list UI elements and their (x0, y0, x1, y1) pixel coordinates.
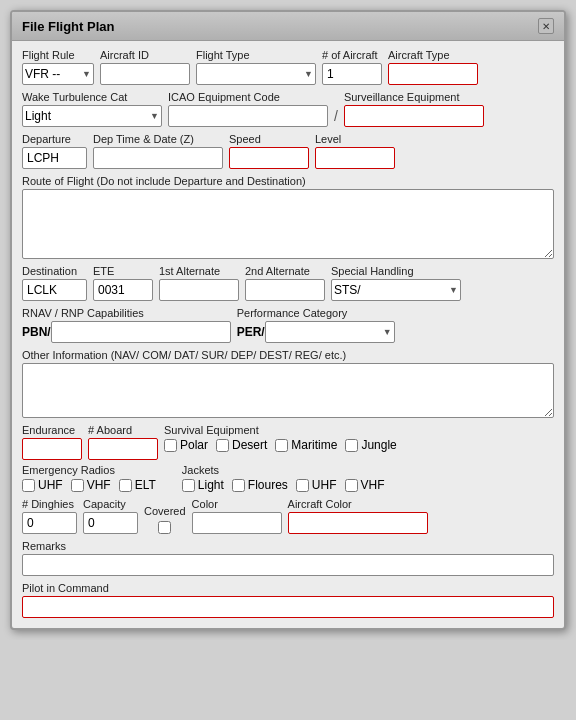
radios-group: Emergency Radios UHF VHF ELT (22, 464, 156, 492)
uhf-jacket-group: UHF (296, 478, 337, 492)
uhf-radio-group: UHF (22, 478, 63, 492)
wake-turbulence-group: Wake Turbulence Cat Light Medium Heavy ▼ (22, 91, 162, 127)
flight-rule-select-wrapper: VFR -- IFR VFR ▼ (22, 63, 94, 85)
remarks-input[interactable] (22, 554, 554, 576)
aircraft-id-label: Aircraft ID (100, 49, 190, 61)
jungle-checkbox[interactable] (345, 439, 358, 452)
destination-input[interactable] (22, 279, 87, 301)
rnav-input[interactable] (51, 321, 231, 343)
dep-time-date-input[interactable] (93, 147, 223, 169)
floures-jacket-checkbox[interactable] (232, 479, 245, 492)
rnav-group: RNAV / RNP Capabilities PBN/ (22, 307, 231, 343)
route-textarea[interactable] (22, 189, 554, 259)
elt-radio-group: ELT (119, 478, 156, 492)
window-title: File Flight Plan (22, 19, 114, 34)
icao-equipment-input[interactable] (168, 105, 328, 127)
pilot-input[interactable] (22, 596, 554, 618)
wake-turbulence-select[interactable]: Light Medium Heavy (22, 105, 162, 127)
num-aircraft-input[interactable] (322, 63, 382, 85)
alternate1-group: 1st Alternate (159, 265, 239, 301)
num-aircraft-label: # of Aircraft (322, 49, 382, 61)
row-4: Destination ETE 1st Alternate 2nd Altern… (22, 265, 554, 301)
uhf-radio-checkbox[interactable] (22, 479, 35, 492)
special-handling-select[interactable]: STS/ (331, 279, 461, 301)
alternate1-input[interactable] (159, 279, 239, 301)
close-button[interactable]: ✕ (538, 18, 554, 34)
capacity-input[interactable] (83, 512, 138, 534)
desert-checkbox[interactable] (216, 439, 229, 452)
uhf-radio-label: UHF (38, 478, 63, 492)
aboard-input[interactable] (88, 438, 158, 460)
aircraft-type-group: Aircraft Type (388, 49, 478, 85)
aircraft-color-label: Aircraft Color (288, 498, 428, 510)
departure-group: Departure (22, 133, 87, 169)
alternate2-input[interactable] (245, 279, 325, 301)
aircraft-type-input[interactable] (388, 63, 478, 85)
pilot-label: Pilot in Command (22, 582, 554, 594)
uhf-jacket-label: UHF (312, 478, 337, 492)
flight-rule-group: Flight Rule VFR -- IFR VFR ▼ (22, 49, 94, 85)
other-info-label: Other Information (NAV/ COM/ DAT/ SUR/ D… (22, 349, 554, 361)
covered-checkbox[interactable] (158, 521, 171, 534)
aircraft-id-group: Aircraft ID (100, 49, 190, 85)
surveillance-group: Surveillance Equipment (344, 91, 484, 127)
destination-label: Destination (22, 265, 87, 277)
desert-label: Desert (232, 438, 267, 452)
row-1: Flight Rule VFR -- IFR VFR ▼ Aircraft ID… (22, 49, 554, 85)
ete-input[interactable] (93, 279, 153, 301)
light-jacket-group: Light (182, 478, 224, 492)
special-handling-label: Special Handling (331, 265, 461, 277)
elt-radio-label: ELT (135, 478, 156, 492)
pilot-group: Pilot in Command (22, 582, 554, 618)
polar-checkbox[interactable] (164, 439, 177, 452)
dep-time-date-group: Dep Time & Date (Z) (93, 133, 223, 169)
perf-group: Performance Category PER/ A B C D ▼ (237, 307, 395, 343)
title-bar: File Flight Plan ✕ (12, 12, 564, 41)
perf-select-wrapper: A B C D ▼ (265, 321, 395, 343)
speed-input[interactable] (229, 147, 309, 169)
row-8: # Dinghies Capacity Covered Color Aircra… (22, 498, 554, 534)
level-label: Level (315, 133, 395, 145)
flight-rule-label: Flight Rule (22, 49, 94, 61)
vhf-jacket-label: VHF (361, 478, 385, 492)
row-2: Wake Turbulence Cat Light Medium Heavy ▼… (22, 91, 554, 127)
maritime-label: Maritime (291, 438, 337, 452)
vhf-radio-group: VHF (71, 478, 111, 492)
aircraft-id-input[interactable] (100, 63, 190, 85)
flight-type-select[interactable] (196, 63, 316, 85)
dinghies-input[interactable] (22, 512, 77, 534)
survival-label: Survival Equipment (164, 424, 397, 436)
endurance-input[interactable] (22, 438, 82, 460)
perf-select[interactable]: A B C D (265, 321, 395, 343)
vhf-jacket-checkbox[interactable] (345, 479, 358, 492)
survival-group: Survival Equipment Polar Desert Maritime (164, 424, 397, 452)
color-input[interactable] (192, 512, 282, 534)
jackets-checkboxes: Light Floures UHF VHF (182, 478, 385, 492)
vhf-radio-label: VHF (87, 478, 111, 492)
flight-type-label: Flight Type (196, 49, 316, 61)
polar-group: Polar (164, 438, 208, 452)
vhf-radio-checkbox[interactable] (71, 479, 84, 492)
other-info-textarea[interactable] (22, 363, 554, 418)
ete-group: ETE (93, 265, 153, 301)
rnav-label: RNAV / RNP Capabilities (22, 307, 231, 319)
remarks-label: Remarks (22, 540, 554, 552)
aircraft-color-input[interactable] (288, 512, 428, 534)
ete-label: ETE (93, 265, 153, 277)
uhf-jacket-checkbox[interactable] (296, 479, 309, 492)
elt-radio-checkbox[interactable] (119, 479, 132, 492)
survival-checkboxes: Polar Desert Maritime Jungle (164, 438, 397, 452)
departure-input[interactable] (22, 147, 87, 169)
maritime-checkbox[interactable] (275, 439, 288, 452)
surveillance-input[interactable] (344, 105, 484, 127)
alternate2-label: 2nd Alternate (245, 265, 325, 277)
perf-label: Performance Category (237, 307, 395, 319)
covered-group: Covered (144, 505, 186, 534)
flight-rule-select[interactable]: VFR -- IFR VFR (22, 63, 94, 85)
rnav-prefix: PBN/ (22, 321, 51, 343)
light-jacket-checkbox[interactable] (182, 479, 195, 492)
speed-group: Speed (229, 133, 309, 169)
level-input[interactable] (315, 147, 395, 169)
remarks-group: Remarks (22, 540, 554, 576)
aboard-label: # Aboard (88, 424, 158, 436)
